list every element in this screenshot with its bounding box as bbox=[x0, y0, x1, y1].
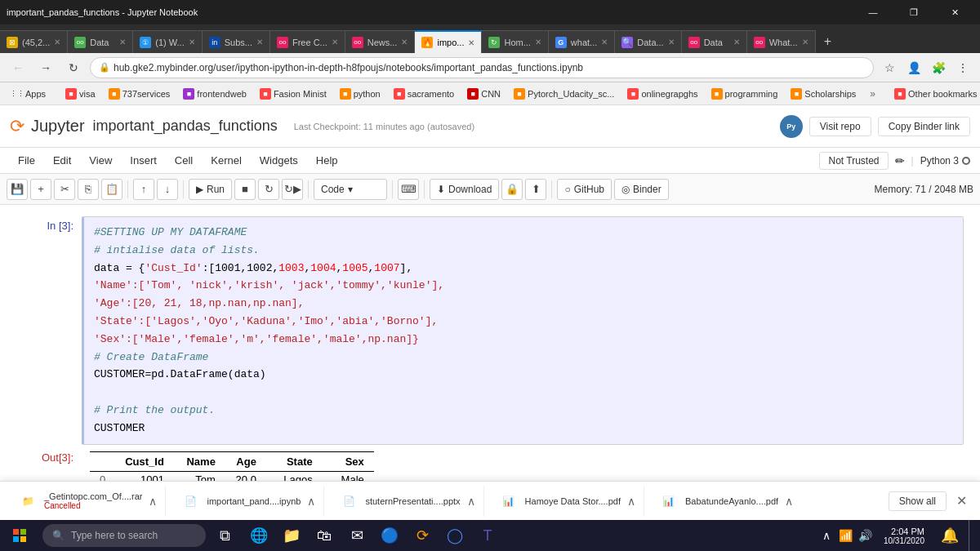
menu-help[interactable]: Help bbox=[308, 151, 346, 170]
trusted-button[interactable]: Not Trusted bbox=[819, 152, 888, 170]
close-tab-4[interactable]: ✕ bbox=[332, 38, 338, 47]
tab-3[interactable]: in Subs... ✕ bbox=[203, 30, 270, 53]
back-button[interactable]: ← bbox=[7, 56, 29, 79]
bookmark-button[interactable]: ☆ bbox=[879, 57, 900, 78]
bookmark-online[interactable]: ■ onlinegrapghs bbox=[622, 85, 702, 103]
tray-network[interactable]: 📶 bbox=[838, 527, 854, 544]
start-button[interactable] bbox=[0, 520, 39, 551]
close-tab-5[interactable]: ✕ bbox=[401, 38, 408, 47]
maximize-button[interactable]: ❐ bbox=[895, 0, 933, 24]
run-button[interactable]: ▶ Run bbox=[189, 179, 232, 200]
refresh-button[interactable]: ↻ bbox=[62, 56, 85, 79]
add-cell-button[interactable]: + bbox=[30, 179, 51, 200]
bookmark-sacramento[interactable]: ■ sacramento bbox=[389, 85, 459, 103]
search-input[interactable] bbox=[71, 530, 185, 541]
taskbar-edge2-icon[interactable]: 🔵 bbox=[374, 520, 405, 551]
bookmark-apps[interactable]: ⋮⋮ Apps bbox=[7, 85, 51, 103]
close-tab-11[interactable]: ✕ bbox=[802, 38, 808, 47]
bookmark-cnn[interactable]: ■ CNN bbox=[462, 85, 506, 103]
tab-2[interactable]: ① (1) W... ✕ bbox=[133, 30, 202, 53]
minimize-button[interactable]: — bbox=[854, 0, 892, 24]
notifications-button[interactable]: 🔔 bbox=[934, 520, 965, 551]
tab-5[interactable]: oo News... ✕ bbox=[345, 30, 416, 53]
download-button[interactable]: ⬇ Download bbox=[430, 179, 499, 200]
bookmark-python[interactable]: ■ python bbox=[335, 85, 385, 103]
paste-button[interactable]: 📋 bbox=[101, 179, 122, 200]
tray-volume[interactable]: 🔊 bbox=[858, 527, 874, 544]
close-tab-3[interactable]: ✕ bbox=[256, 38, 263, 47]
tab-6[interactable]: 🔥 impo... ✕ bbox=[415, 30, 482, 53]
extensions-button[interactable]: 🧩 bbox=[928, 57, 949, 78]
menu-cell[interactable]: Cell bbox=[167, 151, 201, 170]
close-tab-7[interactable]: ✕ bbox=[535, 38, 541, 47]
taskbar-mail-icon[interactable]: ✉ bbox=[341, 520, 372, 551]
taskbar-explorer-icon[interactable]: 📁 bbox=[276, 520, 307, 551]
dl-arrow-4[interactable]: ∧ bbox=[785, 495, 793, 508]
tab-9[interactable]: 🔍 Data... ✕ bbox=[615, 30, 681, 53]
dl-arrow-3[interactable]: ∧ bbox=[627, 495, 635, 508]
menu-file[interactable]: File bbox=[10, 151, 43, 170]
menu-edit[interactable]: Edit bbox=[45, 151, 79, 170]
keyboard-button[interactable]: ⌨ bbox=[398, 179, 419, 200]
icon-btn-2[interactable]: ⬆ bbox=[525, 179, 546, 200]
show-all-button[interactable]: Show all bbox=[889, 491, 947, 511]
visit-repo-button[interactable]: Visit repo bbox=[809, 117, 871, 136]
restart-button[interactable]: ↻ bbox=[258, 179, 279, 200]
copy-button[interactable]: ⎘ bbox=[78, 179, 99, 200]
close-tab-6[interactable]: ✕ bbox=[468, 38, 474, 47]
cell-type-dropdown[interactable]: Code ▾ bbox=[314, 179, 387, 200]
dl-arrow-0[interactable]: ∧ bbox=[149, 495, 157, 508]
menu-kernel[interactable]: Kernel bbox=[203, 151, 250, 170]
restart-run-button[interactable]: ↻▶ bbox=[282, 179, 303, 200]
stop-button[interactable]: ■ bbox=[234, 179, 256, 200]
icon-btn-1[interactable]: 🔒 bbox=[501, 179, 523, 200]
close-tab-10[interactable]: ✕ bbox=[733, 38, 740, 47]
binder-button[interactable]: ◎ Binder bbox=[614, 179, 669, 200]
close-tab-0[interactable]: ✕ bbox=[54, 38, 60, 47]
search-bar[interactable]: 🔍 bbox=[42, 524, 206, 547]
bookmark-visa[interactable]: ■ visa bbox=[60, 85, 100, 103]
tab-8[interactable]: G what... ✕ bbox=[549, 30, 615, 53]
forward-button[interactable]: → bbox=[34, 56, 57, 79]
tab-11[interactable]: oo What... ✕ bbox=[747, 30, 816, 53]
move-up-button[interactable]: ↑ bbox=[133, 179, 154, 200]
cut-button[interactable]: ✂ bbox=[54, 179, 75, 200]
copy-binder-button[interactable]: Copy Binder link bbox=[878, 117, 970, 136]
close-tab-9[interactable]: ✕ bbox=[668, 38, 675, 47]
tab-10[interactable]: oo Data ✕ bbox=[682, 30, 747, 53]
close-tab-2[interactable]: ✕ bbox=[189, 38, 195, 47]
profile-button[interactable]: 👤 bbox=[903, 57, 924, 78]
tab-1[interactable]: oo Data ✕ bbox=[68, 30, 133, 53]
edit-icon[interactable]: ✏ bbox=[895, 154, 905, 167]
save-button[interactable]: 💾 bbox=[7, 179, 28, 200]
new-tab-button[interactable]: + bbox=[816, 30, 840, 53]
taskview-button[interactable]: ⧉ bbox=[209, 520, 240, 551]
dl-arrow-2[interactable]: ∧ bbox=[467, 495, 475, 508]
cell-in-content[interactable]: #SETTING UP MY DATAFRAME # intialise dat… bbox=[82, 216, 964, 445]
bookmark-fasion[interactable]: ■ Fasion Minist bbox=[255, 85, 332, 103]
bookmark-scholarships[interactable]: ■ Scholarships bbox=[786, 85, 861, 103]
tab-7[interactable]: ↻ Hom... ✕ bbox=[482, 30, 548, 53]
bookmark-programming[interactable]: ■ programming bbox=[706, 85, 783, 103]
more-button[interactable]: ⋮ bbox=[952, 57, 973, 78]
menu-widgets[interactable]: Widgets bbox=[252, 151, 306, 170]
menu-view[interactable]: View bbox=[81, 151, 120, 170]
github-button[interactable]: ○ GitHub bbox=[557, 179, 612, 200]
bookmark-frontend[interactable]: ■ frontendweb bbox=[178, 85, 252, 103]
bookmark-pytorch[interactable]: ■ Pytorch_Udacity_sc... bbox=[509, 85, 619, 103]
bookmark-other[interactable]: ■ Other bookmarks bbox=[889, 85, 980, 103]
close-downloads-button[interactable]: ✕ bbox=[953, 490, 970, 512]
taskbar-jupyter-icon[interactable]: ⟳ bbox=[407, 520, 438, 551]
bookmark-737[interactable]: ■ 737services bbox=[104, 85, 176, 103]
close-button[interactable]: ✕ bbox=[936, 0, 973, 24]
close-tab-1[interactable]: ✕ bbox=[119, 38, 126, 47]
taskbar-teams-icon[interactable]: T bbox=[472, 520, 503, 551]
menu-insert[interactable]: Insert bbox=[122, 151, 165, 170]
tab-0[interactable]: ⊠ (45,2... ✕ bbox=[0, 30, 68, 53]
close-tab-8[interactable]: ✕ bbox=[601, 38, 608, 47]
taskbar-store-icon[interactable]: 🛍 bbox=[309, 520, 340, 551]
clock[interactable]: 2:04 PM 10/31/2020 bbox=[877, 527, 931, 545]
address-bar[interactable]: 🔒 hub.gke2.mybinder.org/user/ipython-ipy… bbox=[90, 57, 874, 78]
dl-arrow-1[interactable]: ∧ bbox=[307, 495, 315, 508]
taskbar-chrome-icon[interactable]: ◯ bbox=[439, 520, 470, 551]
